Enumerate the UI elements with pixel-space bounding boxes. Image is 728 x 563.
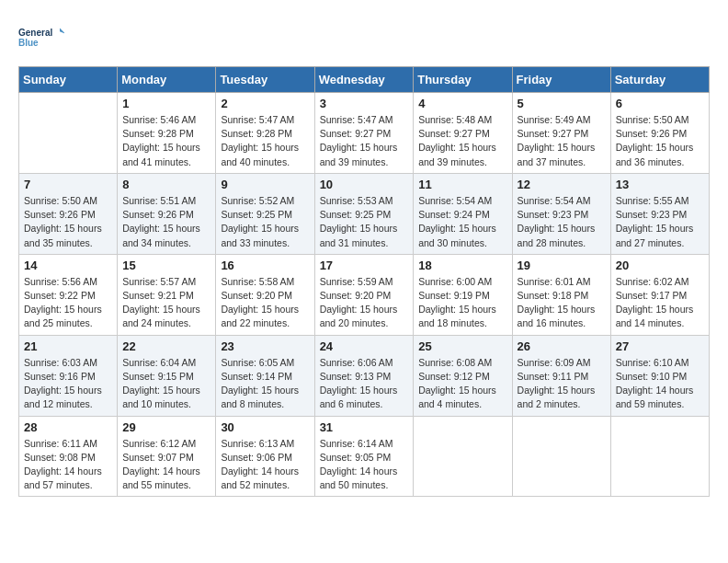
calendar-cell: 19 Sunrise: 6:01 AMSunset: 9:18 PMDaylig… [512,254,610,335]
weekday-header-monday: Monday [118,67,216,93]
day-info: Sunrise: 5:52 AMSunset: 9:25 PMDaylight:… [221,195,299,248]
calendar-cell: 12 Sunrise: 5:54 AMSunset: 9:23 PMDaylig… [512,173,610,254]
calendar-cell: 31 Sunrise: 6:14 AMSunset: 9:05 PMDaylig… [314,416,414,497]
day-number: 11 [418,178,506,191]
day-number: 30 [221,420,309,434]
calendar-cell: 2 Sunrise: 5:47 AMSunset: 9:28 PMDayligh… [216,93,314,174]
day-number: 15 [122,259,210,272]
calendar-cell: 13 Sunrise: 5:55 AMSunset: 9:23 PMDaylig… [610,173,709,254]
svg-marker-2 [60,28,64,33]
day-number: 21 [24,339,112,353]
day-info: Sunrise: 5:46 AMSunset: 9:28 PMDaylight:… [122,114,200,167]
calendar-cell: 16 Sunrise: 5:58 AMSunset: 9:20 PMDaylig… [216,254,314,335]
day-info: Sunrise: 5:54 AMSunset: 9:24 PMDaylight:… [418,195,496,248]
day-info: Sunrise: 6:05 AMSunset: 9:14 PMDaylight:… [221,357,299,410]
calendar-cell: 23 Sunrise: 6:05 AMSunset: 9:14 PMDaylig… [216,335,314,416]
day-info: Sunrise: 6:10 AMSunset: 9:10 PMDaylight:… [616,357,694,410]
day-number: 7 [24,178,112,191]
day-info: Sunrise: 5:47 AMSunset: 9:28 PMDaylight:… [221,114,299,167]
calendar-cell: 4 Sunrise: 5:48 AMSunset: 9:27 PMDayligh… [414,93,512,174]
day-info: Sunrise: 6:09 AMSunset: 9:11 PMDaylight:… [518,357,596,410]
weekday-header-friday: Friday [512,67,610,93]
day-number: 20 [616,259,704,272]
day-number: 23 [221,339,309,353]
day-info: Sunrise: 6:00 AMSunset: 9:19 PMDaylight:… [418,276,496,329]
day-info: Sunrise: 6:01 AMSunset: 9:18 PMDaylight:… [518,276,596,329]
calendar-cell: 27 Sunrise: 6:10 AMSunset: 9:10 PMDaylig… [610,335,709,416]
day-number: 31 [320,420,409,434]
svg-text:General: General [18,28,52,38]
day-info: Sunrise: 6:04 AMSunset: 9:15 PMDaylight:… [122,357,200,410]
day-number: 3 [320,97,409,110]
day-number: 2 [221,97,309,110]
logo: General Blue [18,18,64,57]
day-number: 16 [221,259,309,272]
calendar-week-row: 7 Sunrise: 5:50 AMSunset: 9:26 PMDayligh… [19,173,710,254]
weekday-header-tuesday: Tuesday [216,67,314,93]
day-info: Sunrise: 6:14 AMSunset: 9:05 PMDaylight:… [320,438,398,491]
day-number: 28 [24,420,112,434]
calendar-cell: 18 Sunrise: 6:00 AMSunset: 9:19 PMDaylig… [414,254,512,335]
day-info: Sunrise: 5:48 AMSunset: 9:27 PMDaylight:… [418,114,496,167]
day-number: 14 [24,259,112,272]
weekday-header-row: SundayMondayTuesdayWednesdayThursdayFrid… [19,67,710,93]
day-info: Sunrise: 5:55 AMSunset: 9:23 PMDaylight:… [616,195,694,248]
day-number: 9 [221,178,309,191]
day-number: 1 [122,97,210,110]
calendar-cell [414,416,512,497]
calendar-cell: 3 Sunrise: 5:47 AMSunset: 9:27 PMDayligh… [314,93,414,174]
day-number: 13 [616,178,704,191]
calendar-week-row: 21 Sunrise: 6:03 AMSunset: 9:16 PMDaylig… [19,335,710,416]
weekday-header-wednesday: Wednesday [314,67,414,93]
calendar-cell: 24 Sunrise: 6:06 AMSunset: 9:13 PMDaylig… [314,335,414,416]
day-info: Sunrise: 5:56 AMSunset: 9:22 PMDaylight:… [24,276,102,329]
calendar-cell: 26 Sunrise: 6:09 AMSunset: 9:11 PMDaylig… [512,335,610,416]
day-number: 17 [320,259,409,272]
calendar-cell [19,93,118,174]
weekday-header-saturday: Saturday [610,67,709,93]
calendar-table: SundayMondayTuesdayWednesdayThursdayFrid… [18,66,710,497]
day-number: 6 [616,97,704,110]
calendar-cell: 14 Sunrise: 5:56 AMSunset: 9:22 PMDaylig… [19,254,118,335]
day-info: Sunrise: 6:06 AMSunset: 9:13 PMDaylight:… [320,357,398,410]
calendar-cell: 5 Sunrise: 5:49 AMSunset: 9:27 PMDayligh… [512,93,610,174]
day-number: 25 [418,339,506,353]
day-number: 4 [418,97,506,110]
weekday-header-sunday: Sunday [19,67,118,93]
day-info: Sunrise: 6:12 AMSunset: 9:07 PMDaylight:… [122,438,200,491]
calendar-cell: 15 Sunrise: 5:57 AMSunset: 9:21 PMDaylig… [118,254,216,335]
calendar-week-row: 28 Sunrise: 6:11 AMSunset: 9:08 PMDaylig… [19,416,710,497]
svg-text:Blue: Blue [18,38,39,48]
calendar-cell: 28 Sunrise: 6:11 AMSunset: 9:08 PMDaylig… [19,416,118,497]
calendar-cell: 17 Sunrise: 5:59 AMSunset: 9:20 PMDaylig… [314,254,414,335]
calendar-cell: 21 Sunrise: 6:03 AMSunset: 9:16 PMDaylig… [19,335,118,416]
day-info: Sunrise: 5:54 AMSunset: 9:23 PMDaylight:… [518,195,596,248]
day-info: Sunrise: 5:59 AMSunset: 9:20 PMDaylight:… [320,276,398,329]
day-info: Sunrise: 5:47 AMSunset: 9:27 PMDaylight:… [320,114,398,167]
calendar-cell: 7 Sunrise: 5:50 AMSunset: 9:26 PMDayligh… [19,173,118,254]
page-header: General Blue [18,18,710,57]
calendar-cell: 10 Sunrise: 5:53 AMSunset: 9:25 PMDaylig… [314,173,414,254]
logo-svg: General Blue [18,18,64,57]
day-info: Sunrise: 5:50 AMSunset: 9:26 PMDaylight:… [616,114,694,167]
day-info: Sunrise: 6:03 AMSunset: 9:16 PMDaylight:… [24,357,102,410]
day-info: Sunrise: 6:02 AMSunset: 9:17 PMDaylight:… [616,276,694,329]
day-number: 19 [518,259,606,272]
day-info: Sunrise: 5:58 AMSunset: 9:20 PMDaylight:… [221,276,299,329]
calendar-cell: 11 Sunrise: 5:54 AMSunset: 9:24 PMDaylig… [414,173,512,254]
day-info: Sunrise: 6:11 AMSunset: 9:08 PMDaylight:… [24,438,102,491]
day-number: 10 [320,178,409,191]
day-number: 18 [418,259,506,272]
calendar-cell: 20 Sunrise: 6:02 AMSunset: 9:17 PMDaylig… [610,254,709,335]
day-info: Sunrise: 5:53 AMSunset: 9:25 PMDaylight:… [320,195,398,248]
day-info: Sunrise: 5:49 AMSunset: 9:27 PMDaylight:… [518,114,596,167]
day-info: Sunrise: 6:13 AMSunset: 9:06 PMDaylight:… [221,438,299,491]
calendar-cell: 29 Sunrise: 6:12 AMSunset: 9:07 PMDaylig… [118,416,216,497]
day-number: 12 [518,178,606,191]
day-number: 8 [122,178,210,191]
calendar-cell: 25 Sunrise: 6:08 AMSunset: 9:12 PMDaylig… [414,335,512,416]
calendar-cell: 6 Sunrise: 5:50 AMSunset: 9:26 PMDayligh… [610,93,709,174]
day-info: Sunrise: 5:51 AMSunset: 9:26 PMDaylight:… [122,195,200,248]
day-info: Sunrise: 5:50 AMSunset: 9:26 PMDaylight:… [24,195,102,248]
day-number: 22 [122,339,210,353]
